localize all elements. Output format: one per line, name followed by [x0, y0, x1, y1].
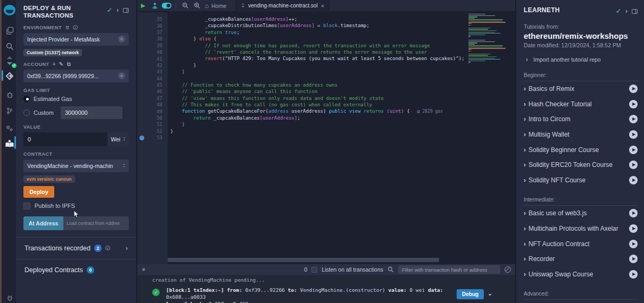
breakpoint-margin[interactable]	[137, 95, 146, 102]
tutorial-item[interactable]: ›Solidity ERC20 Token Course▶	[524, 157, 638, 173]
terminal-filter-input[interactable]	[398, 265, 500, 274]
gutter-line[interactable]: 47	[137, 95, 168, 102]
tutorial-item[interactable]: ›Solidity NFT Course▶	[524, 173, 638, 188]
gutter-line[interactable]: 53	[137, 134, 168, 141]
contract-select[interactable]: VendingMachine - vending-machin ▲▼	[23, 159, 129, 172]
code-line[interactable]: } else {	[170, 36, 467, 42]
tutorial-play-button[interactable]: ▶	[629, 240, 638, 248]
gutter-line[interactable]: 36	[137, 22, 168, 29]
learneth-icon[interactable]	[2, 137, 18, 150]
line-number[interactable]: 50	[146, 115, 168, 121]
tutorial-chevron-icon[interactable]: ›	[524, 176, 526, 184]
breakpoint-margin[interactable]	[137, 49, 146, 55]
code-line[interactable]: function getCupcakeBalanceFor(address us…	[170, 108, 467, 114]
listen-all-checkbox[interactable]	[311, 267, 317, 273]
tutorial-item[interactable]: ›NFT Auction Contract▶	[524, 236, 638, 251]
file-tab[interactable]: vending-machine-contract.sol ×	[236, 0, 329, 12]
line-number[interactable]: 37	[146, 30, 168, 35]
breakpoint-margin[interactable]	[137, 22, 146, 29]
code-line[interactable]	[170, 134, 467, 141]
tutorial-chevron-icon[interactable]: ›	[524, 115, 526, 123]
breakpoint-margin[interactable]	[137, 16, 146, 22]
tutorial-play-button[interactable]: ▶	[629, 161, 638, 169]
editor-minimap[interactable]	[468, 12, 513, 66]
line-number[interactable]: 39	[146, 43, 168, 48]
value-unit-select[interactable]: Wei ▲▼	[108, 132, 129, 146]
tutorial-play-button[interactable]: ▶	[629, 85, 638, 93]
tutorial-item[interactable]: ›Recorder▶	[524, 251, 638, 267]
transactions-info-icon[interactable]: i	[105, 246, 110, 250]
code-line[interactable]: // This makes it free to call (no gas co…	[170, 102, 467, 108]
tutorial-item[interactable]: ›Multisig Wallet▶	[524, 127, 638, 142]
line-number[interactable]: 46	[146, 89, 168, 94]
breakpoint-margin[interactable]	[137, 102, 146, 108]
line-number[interactable]: 38	[146, 36, 168, 41]
gutter-line[interactable]: 49	[137, 108, 168, 114]
code-line[interactable]: // 'revert' cancels the transaction and …	[170, 49, 467, 55]
transaction-log-row[interactable]: ✓ [block:1 txIndex:-] from: 0xf39...9226…	[137, 287, 515, 303]
breakpoint-dot[interactable]	[137, 134, 146, 141]
tutorial-chevron-icon[interactable]: ›	[524, 271, 526, 278]
breakpoint-margin[interactable]	[137, 88, 146, 95]
editor-code[interactable]: _cupcakeBalances[userAddress]++; _cupcak…	[170, 12, 467, 264]
learneth-pin-icon[interactable]	[632, 9, 638, 14]
zoom-out-icon[interactable]	[179, 0, 191, 12]
transactions-expand-icon[interactable]: ›	[126, 245, 128, 252]
tutorial-chevron-icon[interactable]: ›	[524, 225, 526, 232]
line-number[interactable]: 43	[146, 69, 168, 74]
code-line[interactable]	[170, 75, 467, 82]
tutorial-play-button[interactable]: ▶	[629, 176, 638, 184]
code-line[interactable]: // 'public' means anyone can call this f…	[170, 88, 467, 95]
gas-estimated-radio[interactable]	[23, 96, 30, 102]
gutter-line[interactable]: 42	[137, 62, 168, 69]
gutter-line[interactable]: 41	[137, 55, 168, 62]
code-line[interactable]: }	[170, 121, 467, 128]
tx-expand-icon[interactable]: ›	[486, 292, 494, 296]
line-number[interactable]: 53	[146, 135, 168, 140]
transactions-recorded-row[interactable]: Transactions recorded 2 i ›	[23, 238, 129, 259]
deployed-contracts-row[interactable]: Deployed Contracts 0	[23, 259, 129, 281]
deploy-and-run-icon[interactable]	[2, 70, 18, 82]
copy-account-icon[interactable]: ⧉	[67, 62, 71, 67]
value-input[interactable]	[23, 132, 108, 146]
code-line[interactable]: _cupcakeBalances[userAddress]++;	[170, 16, 467, 22]
gas-estimated-option[interactable]: Estimated Gas	[23, 96, 129, 102]
deploy-button[interactable]: Deploy	[23, 186, 54, 198]
tutorial-chevron-icon[interactable]: ›	[524, 100, 526, 108]
environment-info-icon[interactable]: i	[73, 25, 78, 30]
terminal-output[interactable]: creation of VendingMachine pending... ✓ …	[137, 275, 515, 303]
tutorial-chevron-icon[interactable]: ›	[524, 240, 526, 248]
tutorial-play-button[interactable]: ▶	[629, 100, 638, 108]
tutorial-chevron-icon[interactable]: ›	[524, 255, 526, 263]
account-badge-icon[interactable]	[118, 72, 125, 79]
gutter-line[interactable]: 43	[137, 69, 168, 75]
gas-custom-radio[interactable]	[23, 110, 30, 116]
tutorial-play-button[interactable]: ▶	[629, 146, 638, 154]
breakpoint-margin[interactable]	[137, 69, 146, 75]
gutter-line[interactable]: 45	[137, 82, 168, 88]
gas-custom-input[interactable]	[61, 106, 122, 119]
breakpoint-margin[interactable]	[137, 43, 146, 49]
breakpoint-margin[interactable]	[137, 121, 146, 128]
tutorial-play-button[interactable]: ▶	[629, 270, 638, 279]
gutter-line[interactable]: 52	[137, 128, 168, 134]
code-line[interactable]: // 'view' means this function only reads…	[170, 95, 467, 102]
solidity-compiler-icon[interactable]: ✓	[2, 54, 18, 67]
search-icon[interactable]	[2, 40, 18, 53]
breakpoint-margin[interactable]	[137, 115, 146, 121]
gutter-line[interactable]: 51	[137, 121, 168, 128]
tutorial-chevron-icon[interactable]: ›	[524, 131, 526, 138]
breakpoint-margin[interactable]	[137, 128, 146, 134]
tutorial-chevron-icon[interactable]: ›	[524, 209, 526, 217]
tutorial-play-button[interactable]: ▶	[629, 130, 638, 139]
line-number[interactable]: 44	[146, 76, 168, 81]
code-line[interactable]: return true;	[170, 29, 467, 36]
breakpoint-margin[interactable]	[137, 82, 146, 88]
sign-message-icon[interactable]: ✎	[59, 62, 64, 67]
gutter-line[interactable]: 40	[137, 49, 168, 55]
code-line[interactable]: // If not enough time has passed, revert…	[170, 43, 467, 49]
gas-custom-option[interactable]: Custom	[23, 106, 129, 119]
tutorial-play-button[interactable]: ▶	[629, 209, 638, 217]
ai-assistant-icon[interactable]	[149, 0, 161, 12]
breakpoint-margin[interactable]	[137, 36, 146, 42]
